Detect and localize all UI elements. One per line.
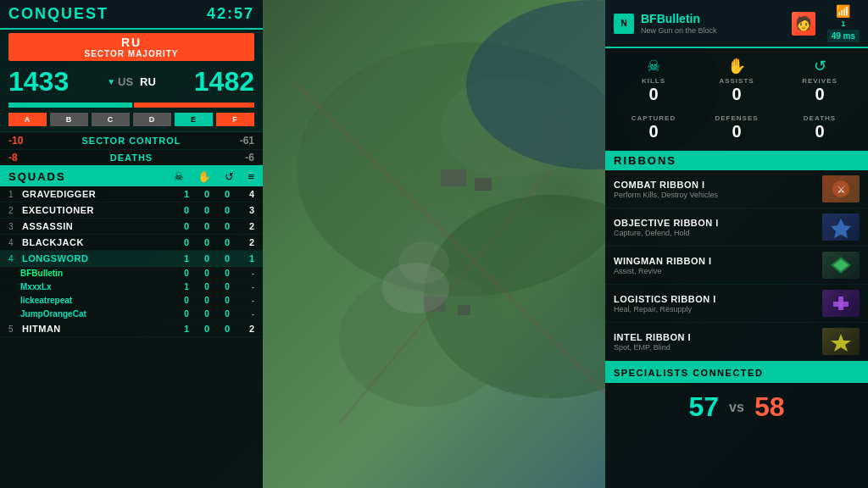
defenses-label: DEFENSES — [698, 114, 775, 122]
svg-marker-15 — [831, 219, 851, 238]
sector-f: F — [216, 113, 254, 126]
ribbon-combat-info: COMBAT RIBBON I Perform Kills, Destroy V… — [614, 180, 822, 199]
menu-header-icon[interactable]: ≡ — [248, 170, 254, 183]
sector-a: A — [8, 113, 47, 126]
sector-flags: A B C D E F — [8, 113, 254, 126]
squad-row[interactable]: 4 LONGSWORD 1 0 0 1 — [0, 251, 263, 267]
conquest-header: CONQUEST 42:57 — [0, 0, 263, 30]
assists-stat: ✋ ASSISTS 0 — [697, 53, 776, 108]
squad-row[interactable]: 2 EXECUTIONER 0 0 0 3 — [0, 202, 263, 219]
server-number: 1 — [841, 19, 845, 28]
player-name: BFBulletin — [641, 12, 785, 25]
player-subtitle: New Gun on the Block — [641, 26, 785, 35]
ribbon-wingman: WINGMAN RIBBON I Assist, Revive — [605, 247, 868, 285]
revives-icon: ↺ — [782, 57, 858, 75]
ribbons-title: RIBBONS — [614, 154, 676, 167]
ribbon-objective-info: OBJECTIVE RIBBON I Capture, Defend, Hold — [614, 218, 822, 237]
team-arrow-icon: ▼ — [107, 77, 115, 86]
kills-label: KILLS — [615, 77, 692, 85]
svg-rect-17 — [833, 302, 849, 307]
deaths-stat: DEATHS 0 — [780, 111, 860, 145]
squads-header: SQUADS ☠ ✋ ↺ ≡ — [0, 167, 263, 186]
ribbon-combat-icon: ⚔ — [822, 175, 860, 202]
ribbon-combat-desc: Perform Kills, Destroy Vehicles — [614, 191, 822, 199]
squad-row[interactable]: 5 HITMAN 1 0 0 2 — [0, 321, 263, 337]
revives-value: 0 — [782, 85, 858, 104]
defenses-stat: DEFENSES 0 — [697, 111, 776, 145]
stats-grid-top: ☠ KILLS 0 ✋ ASSISTS 0 ↺ REVIVES 0 — [614, 53, 860, 108]
kills-value: 0 — [615, 85, 692, 104]
score-section: RU SECTOR MAJORITY 1433 ▼ US RU 1482 A B… — [0, 30, 263, 132]
svg-marker-18 — [831, 334, 851, 352]
majority-team: RU — [8, 36, 254, 49]
deaths-value: 0 — [782, 122, 858, 141]
us-progress — [8, 103, 132, 108]
server-info: 📶 1 49 ms — [827, 4, 860, 42]
player-info: BFBulletin New Gun on the Block — [641, 12, 785, 35]
ping-display: 49 ms — [827, 30, 860, 42]
captured-value: 0 — [615, 122, 692, 141]
ribbon-logistics-info: LOGISTICS RIBBON I Heal, Repair, Resuppl… — [614, 294, 822, 313]
assists-icon: ✋ — [698, 57, 775, 75]
ribbon-intel-icon — [822, 328, 860, 355]
squads-column-icons: ☠ ✋ ↺ ≡ — [174, 170, 254, 183]
character-silhouette: 🧑 — [795, 15, 812, 31]
captured-label: CAPTURED — [615, 114, 692, 122]
ribbon-intel-desc: Spot, EMP, Blind — [614, 343, 822, 352]
ribbon-logistics-name: LOGISTICS RIBBON I — [614, 294, 822, 304]
specialists-score-us: 57 — [689, 391, 720, 423]
ribbon-objective: OBJECTIVE RIBBON I Capture, Defend, Hold — [605, 208, 868, 247]
majority-banner: RU SECTOR MAJORITY — [8, 33, 254, 61]
ribbon-intel: INTEL RIBBON I Spot, EMP, Blind — [605, 323, 868, 361]
squad-row[interactable]: 1 GRAVEDIGGER 1 0 0 4 — [0, 186, 263, 202]
specialists-score: 57 vs 58 — [605, 383, 868, 431]
sector-c: C — [92, 113, 130, 126]
ribbons-header: RIBBONS — [605, 151, 868, 170]
assists-label: ASSISTS — [698, 77, 775, 85]
revives-header-icon: ↺ — [225, 170, 234, 183]
game-mode-title: CONQUEST — [8, 5, 108, 23]
right-panel: N BFBulletin New Gun on the Block 🧑 📶 1 … — [605, 0, 868, 488]
ribbon-objective-icon — [822, 214, 860, 241]
ribbon-intel-info: INTEL RIBBON I Spot, EMP, Blind — [614, 332, 822, 352]
ribbon-wingman-desc: Assist, Revive — [614, 267, 822, 275]
specialists-score-ru: 58 — [754, 391, 785, 423]
bf-logo: N — [614, 14, 634, 34]
ribbon-wingman-icon — [822, 252, 860, 279]
scores-row: 1433 ▼ US RU 1482 — [8, 66, 254, 97]
squads-title: SQUADS — [8, 170, 167, 183]
stats-grid-bottom: CAPTURED 0 DEFENSES 0 DEATHS 0 — [614, 111, 860, 145]
deaths-label: DEATHS — [110, 152, 153, 163]
svg-rect-10 — [458, 305, 470, 315]
ribbon-combat: COMBAT RIBBON I Perform Kills, Destroy V… — [605, 170, 868, 208]
squad-member: JumpOrangeCat 0 0 0 - — [0, 308, 263, 321]
signal-bars-icon: 📶 — [836, 4, 850, 18]
ribbon-logistics: LOGISTICS RIBBON I Heal, Repair, Resuppl… — [605, 285, 868, 323]
squad-member: lickeatrepeat 0 0 0 - — [0, 294, 263, 308]
ribbon-logistics-icon — [822, 290, 860, 317]
sector-b: B — [50, 113, 88, 126]
sector-control-us-val: -10 — [8, 135, 23, 147]
svg-rect-7 — [441, 169, 466, 186]
ribbon-wingman-info: WINGMAN RIBBON I Assist, Revive — [614, 256, 822, 275]
specialists-vs-label: vs — [729, 400, 744, 415]
svg-point-12 — [398, 241, 449, 284]
squad-row[interactable]: 3 ASSASSIN 0 0 0 2 — [0, 219, 263, 235]
specialists-header: SPECIALISTS CONNECTED — [605, 361, 868, 383]
kills-icon: ☠ — [615, 57, 692, 75]
squad-row[interactable]: 4 BLACKJACK 0 0 0 2 — [0, 235, 263, 251]
defenses-value: 0 — [698, 122, 775, 141]
sector-e: E — [175, 113, 213, 126]
ribbon-intel-name: INTEL RIBBON I — [614, 332, 822, 342]
squad-member: MxxxLx 1 0 0 - — [0, 280, 263, 294]
assists-header-icon: ✋ — [198, 170, 211, 183]
ribbon-objective-desc: Capture, Defend, Hold — [614, 229, 822, 237]
revives-label: REVIVES — [782, 77, 858, 85]
svg-text:⚔: ⚔ — [837, 184, 846, 196]
ribbon-combat-name: COMBAT RIBBON I — [614, 180, 822, 190]
game-timer: 42:57 — [207, 5, 254, 23]
left-panel: CONQUEST 42:57 RU SECTOR MAJORITY 1433 ▼… — [0, 0, 263, 488]
svg-rect-8 — [475, 178, 492, 191]
player-character-icon: 🧑 — [792, 12, 815, 36]
sector-control-row: -10 SECTOR CONTROL -61 — [0, 132, 263, 150]
